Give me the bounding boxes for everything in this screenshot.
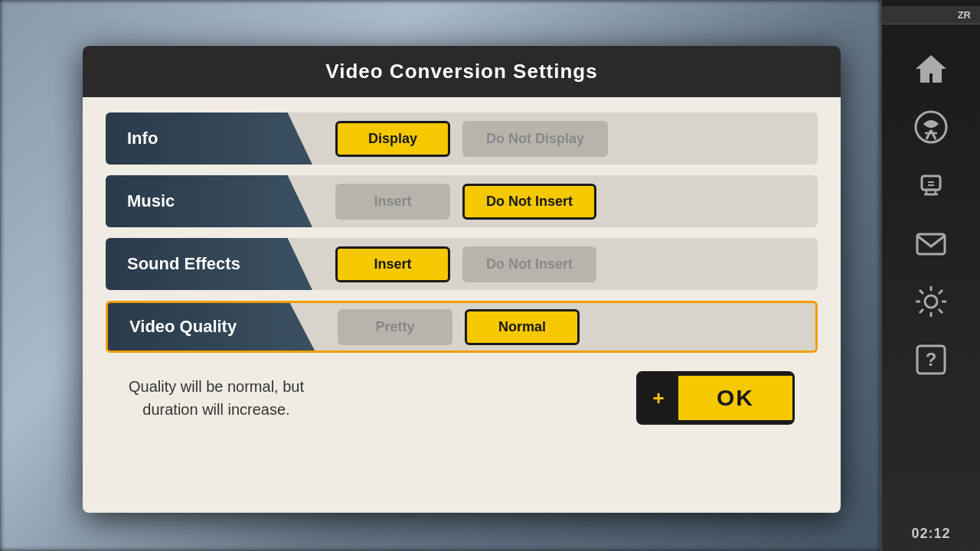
home-icon[interactable] [908, 46, 954, 92]
sidebar: ZR [880, 0, 980, 551]
wireless-icon[interactable] [908, 162, 954, 208]
info-display-button[interactable]: Display [335, 121, 450, 157]
svg-marker-0 [916, 55, 946, 83]
music-do-not-insert-button[interactable]: Do Not Insert [462, 184, 596, 220]
music-options: Insert Do Not Insert [312, 184, 818, 220]
ok-plus-icon: + [639, 373, 678, 422]
dialog-body: Info Display Do Not Display Music Insert… [83, 97, 841, 440]
video-quality-normal-button[interactable]: Normal [465, 309, 580, 345]
music-label: Music [106, 175, 312, 227]
music-setting-row: Music Insert Do Not Insert [106, 175, 818, 227]
video-quality-pretty-button[interactable]: Pretty [338, 309, 452, 345]
video-quality-options: Pretty Normal [315, 309, 815, 345]
ok-button[interactable]: OK [678, 376, 792, 420]
video-quality-label: Video Quality [108, 303, 315, 350]
settings-icon[interactable] [908, 279, 954, 324]
info-do-not-display-button[interactable]: Do Not Display [462, 121, 608, 157]
sound-effects-do-not-insert-button[interactable]: Do Not Insert [462, 246, 596, 282]
video-quality-setting-row: Video Quality Pretty Normal [106, 301, 818, 353]
dialog-window: Video Conversion Settings Info Display D… [83, 46, 841, 513]
sound-effects-label: Sound Effects [106, 238, 312, 290]
mail-icon[interactable] [908, 220, 954, 266]
sound-effects-options: Insert Do Not Insert [312, 246, 818, 282]
info-setting-row: Info Display Do Not Display [106, 112, 818, 165]
dialog-title: Video Conversion Settings [83, 46, 841, 97]
svg-point-8 [925, 295, 937, 308]
svg-rect-7 [917, 234, 945, 254]
help-icon[interactable]: ? [908, 337, 954, 383]
profile-icon[interactable] [908, 104, 954, 150]
clock-display: 02:12 [911, 526, 950, 542]
dialog-footer: Quality will be normal, butduration will… [106, 364, 818, 425]
sound-effects-setting-row: Sound Effects Insert Do Not Insert [106, 238, 818, 290]
ok-button-container[interactable]: + OK [636, 371, 795, 425]
svg-text:?: ? [926, 349, 937, 370]
zr-button[interactable]: ZR [882, 6, 980, 24]
footer-description: Quality will be normal, butduration will… [129, 375, 304, 421]
info-options: Display Do Not Display [312, 121, 818, 157]
info-label: Info [106, 112, 312, 165]
sound-effects-insert-button[interactable]: Insert [335, 246, 450, 282]
music-insert-button[interactable]: Insert [335, 184, 450, 220]
